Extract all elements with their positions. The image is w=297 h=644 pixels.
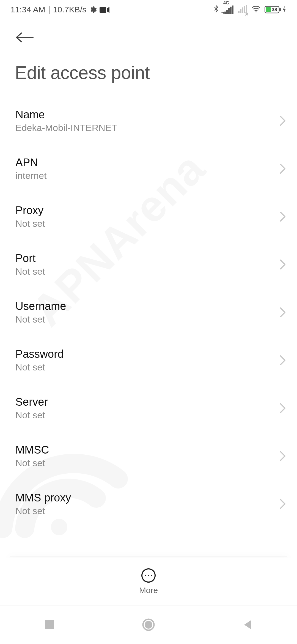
bottom-action-bar: More bbox=[0, 558, 297, 605]
back-button[interactable] bbox=[15, 31, 34, 45]
field-label: Port bbox=[15, 252, 275, 264]
field-proxy[interactable]: Proxy Not set bbox=[0, 193, 297, 241]
page-title: Edit access point bbox=[15, 62, 282, 83]
svg-rect-7 bbox=[240, 9, 241, 13]
field-apn[interactable]: APN internet bbox=[0, 145, 297, 193]
chevron-right-icon bbox=[279, 115, 286, 126]
status-bar: 11:34 AM | 10.7KB/s 4G 38 bbox=[0, 0, 297, 19]
svg-point-18 bbox=[148, 575, 149, 576]
network-label-4g: 4G bbox=[223, 1, 229, 6]
field-value: Not set bbox=[15, 218, 275, 229]
camera-icon bbox=[100, 6, 109, 13]
svg-rect-13 bbox=[279, 8, 281, 11]
svg-rect-0 bbox=[100, 7, 106, 13]
svg-point-11 bbox=[255, 11, 257, 12]
field-label: Name bbox=[15, 108, 275, 121]
svg-rect-3 bbox=[228, 8, 230, 14]
chevron-right-icon bbox=[279, 307, 286, 318]
chevron-right-icon bbox=[279, 211, 286, 222]
wifi-icon bbox=[251, 5, 261, 15]
field-value: internet bbox=[15, 170, 275, 181]
svg-point-19 bbox=[151, 575, 152, 576]
svg-rect-20 bbox=[45, 620, 54, 629]
chevron-right-icon bbox=[279, 498, 286, 509]
signal-1-icon: 4G bbox=[224, 6, 234, 14]
bluetooth-icon bbox=[212, 4, 220, 15]
field-label: MMSC bbox=[15, 444, 275, 456]
field-server[interactable]: Server Not set bbox=[0, 384, 297, 432]
svg-rect-4 bbox=[230, 7, 232, 14]
header: Edit access point bbox=[0, 19, 297, 83]
field-value: Not set bbox=[15, 458, 275, 468]
field-value: Not set bbox=[15, 506, 275, 516]
more-button[interactable]: More bbox=[139, 568, 158, 595]
status-speed: 10.7KB/s bbox=[53, 5, 87, 14]
svg-rect-10 bbox=[246, 5, 247, 13]
nav-recents-button[interactable] bbox=[43, 618, 56, 631]
chevron-right-icon bbox=[279, 403, 286, 414]
field-value: Not set bbox=[15, 314, 275, 325]
apn-field-list: Name Edeka-Mobil-INTERNET APN internet P… bbox=[0, 97, 297, 528]
field-label: Proxy bbox=[15, 204, 275, 217]
field-value: Not set bbox=[15, 362, 275, 373]
field-value: Edeka-Mobil-INTERNET bbox=[15, 122, 275, 133]
more-icon bbox=[141, 568, 156, 583]
status-left: 11:34 AM | 10.7KB/s bbox=[10, 5, 109, 14]
svg-rect-6 bbox=[238, 11, 240, 13]
status-sep: | bbox=[48, 5, 50, 14]
field-mmsc[interactable]: MMSC Not set bbox=[0, 432, 297, 480]
battery-icon: 38 bbox=[265, 6, 287, 14]
nav-back-button[interactable] bbox=[241, 618, 254, 631]
field-name[interactable]: Name Edeka-Mobil-INTERNET bbox=[0, 97, 297, 145]
svg-rect-2 bbox=[226, 10, 228, 14]
field-port[interactable]: Port Not set bbox=[0, 241, 297, 288]
svg-rect-14 bbox=[266, 7, 271, 12]
field-label: MMS proxy bbox=[15, 492, 275, 504]
chevron-right-icon bbox=[279, 163, 286, 174]
field-password[interactable]: Password Not set bbox=[0, 336, 297, 384]
more-label: More bbox=[139, 586, 158, 595]
field-username[interactable]: Username Not set bbox=[0, 288, 297, 336]
list-fade-mask bbox=[0, 542, 297, 558]
chevron-right-icon bbox=[279, 451, 286, 462]
status-time: 11:34 AM bbox=[10, 5, 45, 14]
field-label: Username bbox=[15, 300, 275, 312]
field-mms-proxy[interactable]: MMS proxy Not set bbox=[0, 480, 297, 528]
field-label: Password bbox=[15, 348, 275, 360]
field-label: APN bbox=[15, 156, 275, 169]
svg-rect-5 bbox=[232, 6, 233, 14]
status-right: 4G 38 bbox=[212, 4, 287, 15]
svg-rect-1 bbox=[224, 12, 226, 14]
field-label: Server bbox=[15, 396, 275, 408]
navigation-bar bbox=[0, 605, 297, 644]
nav-home-button[interactable] bbox=[142, 618, 155, 631]
chevron-right-icon bbox=[279, 355, 286, 366]
svg-rect-8 bbox=[242, 7, 243, 13]
chevron-right-icon bbox=[279, 259, 286, 270]
bottom-divider bbox=[10, 556, 287, 556]
field-value: Not set bbox=[15, 266, 275, 277]
svg-point-22 bbox=[145, 621, 152, 629]
signal-2-icon bbox=[238, 5, 248, 15]
svg-point-17 bbox=[145, 575, 146, 576]
field-value: Not set bbox=[15, 410, 275, 421]
battery-pct-text: 38 bbox=[272, 7, 277, 12]
gear-icon bbox=[89, 6, 97, 13]
